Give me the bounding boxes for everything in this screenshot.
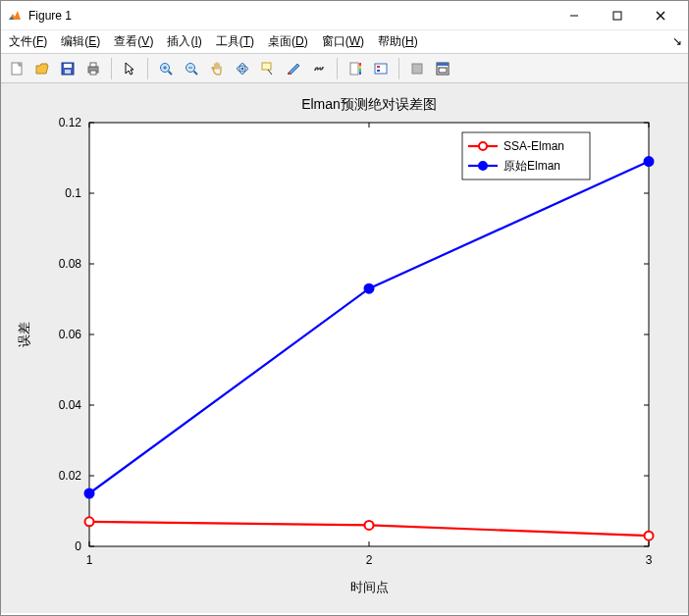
svg-rect-7 <box>64 64 72 68</box>
svg-rect-29 <box>359 69 361 72</box>
chart-title: Elman预测绝对误差图 <box>301 96 437 112</box>
series-marker <box>85 489 94 498</box>
series-marker <box>365 284 374 293</box>
series-marker <box>645 532 654 540</box>
chart-area[interactable]: Elman预测绝对误差图00.020.040.060.080.10.12123时… <box>1 83 688 613</box>
matlab-icon <box>7 8 23 24</box>
datacursor-icon[interactable] <box>256 57 280 80</box>
legend-marker <box>479 142 487 150</box>
xlabel: 时间点 <box>350 580 389 594</box>
svg-rect-34 <box>412 64 422 74</box>
svg-rect-2 <box>613 12 621 20</box>
svg-line-13 <box>169 71 173 75</box>
svg-rect-28 <box>359 66 361 69</box>
svg-rect-24 <box>288 73 291 75</box>
svg-rect-37 <box>439 68 447 73</box>
maximize-button[interactable] <box>596 2 639 29</box>
xtick-label: 1 <box>86 553 93 567</box>
svg-rect-10 <box>90 63 96 67</box>
open-icon[interactable] <box>30 57 54 80</box>
zoom-out-icon[interactable] <box>180 57 203 80</box>
hideplot-icon[interactable] <box>405 57 429 80</box>
link-icon[interactable] <box>307 57 331 80</box>
toolbar <box>1 54 688 83</box>
menubar: 文件(F) 编辑(E) 查看(V) 插入(I) 工具(T) 桌面(D) 窗口(W… <box>1 30 688 54</box>
dock-arrow-icon[interactable]: ↘ <box>672 34 682 48</box>
legend-label: SSA-Elman <box>504 139 564 153</box>
menu-file[interactable]: 文件(F) <box>9 33 47 50</box>
legend-label: 原始Elman <box>504 159 560 173</box>
svg-point-21 <box>241 67 244 70</box>
menu-view[interactable]: 查看(V) <box>114 33 153 50</box>
menu-insert[interactable]: 插入(I) <box>167 33 201 50</box>
ytick-label: 0.02 <box>59 469 82 483</box>
ytick-label: 0.04 <box>59 398 82 412</box>
dock-icon[interactable] <box>431 57 454 80</box>
svg-rect-22 <box>262 63 271 70</box>
zoom-in-icon[interactable] <box>154 57 178 80</box>
pan-icon[interactable] <box>205 57 229 80</box>
legend-marker <box>479 162 487 170</box>
ytick-label: 0.06 <box>59 328 82 341</box>
window-title: Figure 1 <box>28 9 553 23</box>
svg-rect-11 <box>90 71 96 75</box>
svg-rect-27 <box>359 63 361 66</box>
ytick-label: 0.1 <box>65 186 81 200</box>
series-marker <box>645 157 654 166</box>
svg-rect-26 <box>350 63 358 75</box>
svg-rect-8 <box>65 70 71 74</box>
svg-rect-31 <box>375 64 387 74</box>
xtick-label: 2 <box>366 553 373 567</box>
minimize-button[interactable] <box>553 2 596 29</box>
rotate-icon[interactable] <box>231 57 254 80</box>
ytick-label: 0 <box>75 539 81 553</box>
print-icon[interactable] <box>81 57 105 80</box>
xtick-label: 3 <box>646 553 653 567</box>
menu-help[interactable]: 帮助(H) <box>378 33 418 50</box>
axes-box <box>89 123 649 546</box>
ytick-label: 0.08 <box>59 257 82 271</box>
svg-rect-30 <box>359 72 361 75</box>
svg-line-17 <box>194 71 198 75</box>
ytick-label: 0.12 <box>59 116 82 129</box>
brush-icon[interactable] <box>282 57 305 80</box>
colorbar-icon[interactable] <box>344 57 367 80</box>
new-icon[interactable] <box>5 57 28 80</box>
menu-tools[interactable]: 工具(T) <box>216 33 254 50</box>
close-button[interactable] <box>639 2 682 29</box>
ylabel: 误差 <box>17 322 31 347</box>
menu-window[interactable]: 窗口(W) <box>322 33 364 50</box>
svg-line-23 <box>268 70 272 75</box>
pointer-icon[interactable] <box>118 57 141 80</box>
save-icon[interactable] <box>56 57 80 80</box>
series-marker <box>85 517 94 526</box>
titlebar: Figure 1 <box>1 1 688 30</box>
menu-desktop[interactable]: 桌面(D) <box>268 33 308 50</box>
svg-rect-36 <box>437 63 449 66</box>
series-marker <box>365 521 374 530</box>
menu-edit[interactable]: 编辑(E) <box>61 33 100 50</box>
legend-icon[interactable] <box>369 57 393 80</box>
svg-rect-0 <box>7 8 23 24</box>
